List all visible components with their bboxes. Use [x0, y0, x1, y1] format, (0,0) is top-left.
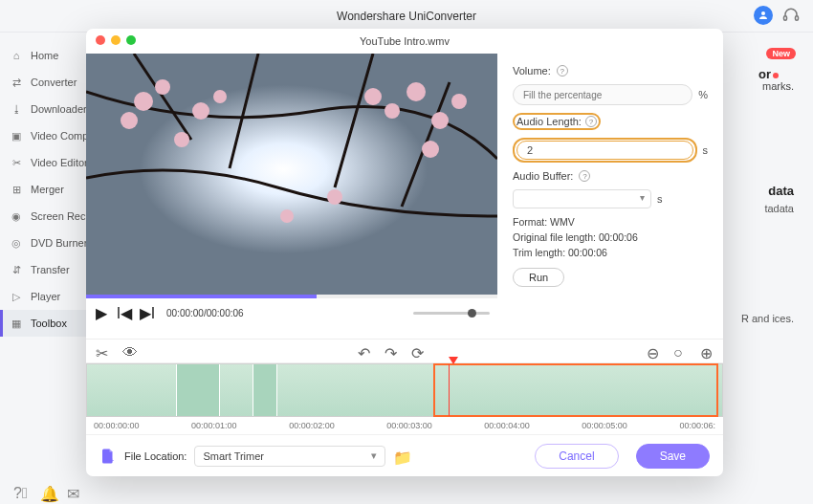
scrub-bar[interactable] — [86, 295, 497, 298]
file-location-label: File Location: — [124, 450, 187, 462]
svg-point-0 — [761, 11, 765, 15]
svg-point-17 — [327, 189, 342, 205]
grid-icon: ▦ — [10, 317, 23, 330]
zoom-in-icon[interactable]: ⊕ — [700, 344, 714, 358]
svg-text:+: + — [110, 456, 115, 465]
dialog-title: YouTube Intro.wmv — [360, 35, 450, 47]
audio-buffer-label: Audio Buffer: — [513, 170, 573, 182]
bg-text-or: or — [758, 67, 779, 81]
sidebar-item-transfer[interactable]: ⇵Transfer — [0, 256, 88, 283]
seconds-unit: s — [703, 144, 709, 156]
undo-icon[interactable]: ↶ — [358, 344, 371, 358]
svg-point-12 — [385, 103, 400, 119]
svg-rect-2 — [796, 16, 799, 21]
next-frame-button[interactable]: ▶I — [140, 305, 155, 320]
sidebar-item-video-editor[interactable]: ✂Video Editor — [0, 149, 88, 176]
file-add-icon[interactable]: + — [99, 448, 117, 465]
sidebar: ⌂Home ⇄Converter ⭳Downloader ▣Video Comp… — [0, 33, 88, 479]
audio-length-label: Audio Length: — [516, 116, 582, 127]
play-icon: ▷ — [10, 290, 23, 303]
video-icon: ▣ — [10, 129, 23, 142]
video-preview[interactable] — [86, 54, 497, 295]
prev-frame-button[interactable]: I◀ — [117, 305, 132, 320]
dialog-titlebar: YouTube Intro.wmv — [86, 29, 723, 54]
playhead-icon[interactable] — [449, 357, 458, 364]
close-icon[interactable] — [96, 35, 105, 45]
svg-point-6 — [155, 79, 170, 95]
seconds-unit: s — [657, 193, 663, 205]
audio-buffer-select[interactable] — [513, 189, 651, 208]
help-icon[interactable]: ? — [585, 116, 597, 127]
smart-trimmer-dialog: YouTube Intro.wmv — [86, 29, 723, 476]
home-icon: ⌂ — [10, 49, 23, 62]
zoom-out-icon[interactable]: ⊖ — [647, 344, 660, 358]
svg-point-10 — [174, 132, 189, 147]
app-title: Wondershare UniConverter — [337, 10, 476, 23]
cut-icon[interactable]: ✂ — [96, 344, 109, 358]
feedback-icon[interactable]: ✉ — [67, 485, 80, 498]
sidebar-item-downloader[interactable]: ⭳Downloader — [0, 96, 88, 122]
merge-icon: ⊞ — [10, 183, 23, 196]
playhead-line — [449, 364, 450, 416]
scissors-icon: ✂ — [10, 156, 23, 169]
selection-range[interactable] — [433, 363, 718, 417]
settings-panel: Volume: ? % Audio Length: ? s Audi — [497, 54, 723, 339]
bg-text-data: data — [768, 184, 794, 198]
sidebar-item-player[interactable]: ▷Player — [0, 283, 88, 310]
help-icon[interactable]: ?⃝ — [13, 485, 27, 498]
svg-point-13 — [406, 82, 426, 101]
bg-text-rand: R and ices. — [741, 312, 794, 326]
time-ruler: 00:00:00:00 00:00:01:00 00:00:02:00 00:0… — [86, 417, 723, 434]
svg-point-9 — [213, 90, 227, 103]
run-button[interactable]: Run — [513, 268, 564, 287]
folder-icon[interactable]: 📁 — [393, 449, 408, 464]
edit-toolbar: ✂ 👁 ↶ ↷ ⟳ ⊖ ○ ⊕ — [86, 339, 723, 363]
sidebar-item-toolbox[interactable]: ▦Toolbox — [0, 310, 88, 337]
zoom-slider-icon[interactable]: ○ — [673, 344, 687, 358]
help-icon[interactable]: ? — [579, 170, 590, 182]
sidebar-item-converter[interactable]: ⇄Converter — [0, 69, 88, 96]
original-length-info: Original file length: 00:00:06 — [513, 231, 708, 243]
svg-point-15 — [451, 94, 467, 109]
percent-unit: % — [698, 89, 708, 100]
svg-point-18 — [280, 209, 294, 223]
volume-slider[interactable] — [413, 312, 490, 315]
audio-length-label-highlight: Audio Length: ? — [513, 113, 601, 130]
user-avatar-icon[interactable] — [754, 6, 773, 25]
eye-icon[interactable]: 👁 — [122, 344, 136, 358]
redo-icon[interactable]: ↷ — [385, 344, 398, 358]
cancel-button[interactable]: Cancel — [535, 444, 618, 469]
svg-point-5 — [134, 92, 153, 111]
svg-rect-1 — [784, 16, 787, 21]
svg-point-8 — [192, 102, 209, 120]
timeline[interactable] — [86, 363, 723, 417]
sidebar-item-home[interactable]: ⌂Home — [0, 42, 88, 69]
download-icon: ⭳ — [10, 102, 23, 116]
sidebar-item-merger[interactable]: ⊞Merger — [0, 176, 88, 203]
maximize-icon[interactable] — [126, 35, 136, 45]
play-button[interactable]: ▶ — [94, 305, 109, 320]
bell-icon[interactable]: 🔔 — [40, 485, 54, 498]
convert-icon: ⇄ — [10, 76, 23, 89]
save-button[interactable]: Save — [636, 444, 710, 469]
volume-input[interactable] — [513, 84, 692, 105]
audio-length-input[interactable] — [516, 141, 693, 160]
minimize-icon[interactable] — [111, 35, 121, 45]
sidebar-item-screen-recorder[interactable]: ◉Screen Recorder — [0, 203, 88, 230]
window-controls[interactable] — [96, 35, 136, 45]
help-icon[interactable]: ? — [557, 65, 568, 77]
trim-length-info: Trim length: 00:00:06 — [513, 247, 708, 258]
svg-point-14 — [431, 112, 449, 129]
dvd-icon: ◎ — [10, 236, 23, 250]
bg-text-tadata: tadata — [764, 203, 794, 214]
record-icon: ◉ — [10, 209, 23, 223]
support-icon[interactable] — [782, 7, 800, 24]
svg-point-11 — [364, 88, 382, 105]
sidebar-item-video-compressor[interactable]: ▣Video Compressor — [0, 122, 88, 149]
dialog-footer: + File Location: Smart Trimer 📁 Cancel S… — [86, 434, 723, 476]
sidebar-item-dvd-burner[interactable]: ◎DVD Burner — [0, 230, 88, 256]
refresh-icon[interactable]: ⟳ — [411, 344, 425, 358]
timecode: 00:00:00/00:00:06 — [166, 308, 244, 318]
svg-point-7 — [121, 112, 138, 129]
file-location-select[interactable]: Smart Trimer — [194, 446, 385, 467]
